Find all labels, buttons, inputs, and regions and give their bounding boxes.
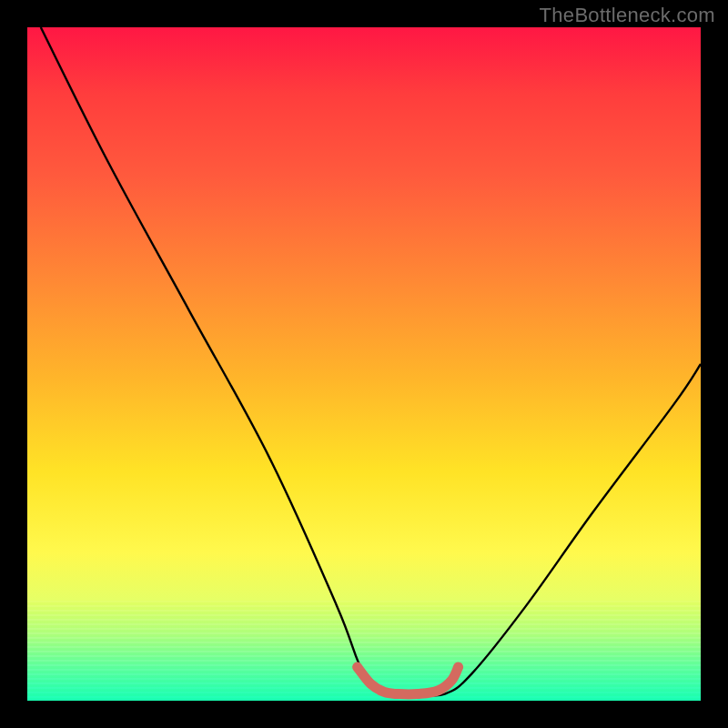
- highlight-segment: [358, 667, 459, 694]
- bottleneck-curve: [41, 27, 701, 695]
- curve-layer: [27, 27, 701, 701]
- plot-area: [27, 27, 701, 701]
- watermark-text: TheBottleneck.com: [540, 4, 715, 27]
- chart-frame: TheBottleneck.com: [0, 0, 728, 728]
